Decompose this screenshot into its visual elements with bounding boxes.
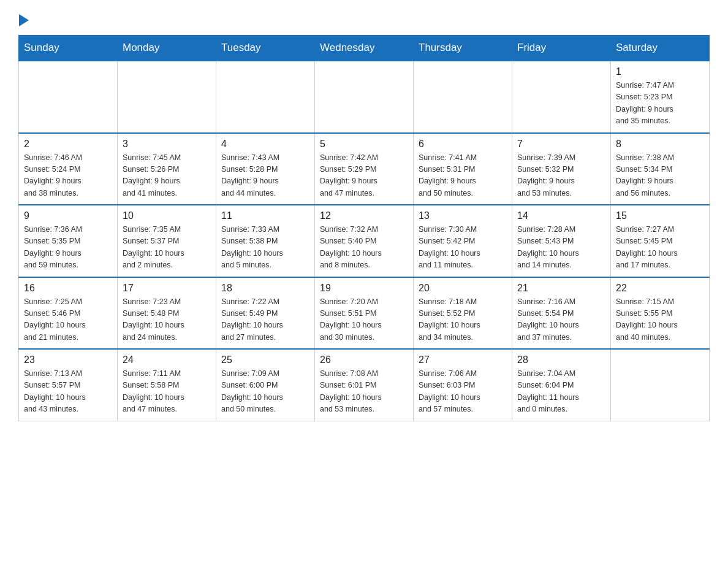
calendar-cell: 8Sunrise: 7:38 AM Sunset: 5:34 PM Daylig… bbox=[611, 133, 710, 205]
calendar-cell bbox=[118, 61, 216, 133]
day-number: 20 bbox=[419, 283, 507, 294]
day-info: Sunrise: 7:27 AM Sunset: 5:45 PM Dayligh… bbox=[616, 224, 704, 272]
day-info: Sunrise: 7:45 AM Sunset: 5:26 PM Dayligh… bbox=[123, 152, 211, 200]
calendar-cell: 21Sunrise: 7:16 AM Sunset: 5:54 PM Dayli… bbox=[512, 277, 611, 350]
calendar-cell: 28Sunrise: 7:04 AM Sunset: 6:04 PM Dayli… bbox=[512, 349, 611, 421]
calendar-cell: 6Sunrise: 7:41 AM Sunset: 5:31 PM Daylig… bbox=[414, 133, 512, 205]
day-info: Sunrise: 7:16 AM Sunset: 5:54 PM Dayligh… bbox=[517, 296, 605, 344]
day-number: 9 bbox=[24, 210, 112, 221]
day-info: Sunrise: 7:46 AM Sunset: 5:24 PM Dayligh… bbox=[24, 152, 112, 200]
week-row-3: 9Sunrise: 7:36 AM Sunset: 5:35 PM Daylig… bbox=[19, 205, 710, 277]
calendar-cell bbox=[19, 61, 118, 133]
day-number: 21 bbox=[517, 283, 605, 294]
day-number: 23 bbox=[24, 354, 112, 366]
week-row-2: 2Sunrise: 7:46 AM Sunset: 5:24 PM Daylig… bbox=[19, 133, 710, 205]
weekday-header-tuesday: Tuesday bbox=[216, 36, 315, 61]
calendar-cell bbox=[315, 61, 414, 133]
calendar-cell: 15Sunrise: 7:27 AM Sunset: 5:45 PM Dayli… bbox=[611, 205, 710, 277]
day-info: Sunrise: 7:36 AM Sunset: 5:35 PM Dayligh… bbox=[24, 224, 112, 272]
week-row-1: 1Sunrise: 7:47 AM Sunset: 5:23 PM Daylig… bbox=[19, 61, 710, 133]
svg-marker-0 bbox=[19, 14, 29, 26]
day-number: 15 bbox=[616, 210, 704, 221]
calendar-cell: 23Sunrise: 7:13 AM Sunset: 5:57 PM Dayli… bbox=[19, 349, 118, 421]
day-number: 7 bbox=[517, 139, 605, 150]
day-number: 3 bbox=[123, 139, 211, 150]
calendar-cell: 11Sunrise: 7:33 AM Sunset: 5:38 PM Dayli… bbox=[216, 205, 315, 277]
weekday-header-monday: Monday bbox=[118, 36, 216, 61]
calendar-cell: 24Sunrise: 7:11 AM Sunset: 5:58 PM Dayli… bbox=[118, 349, 216, 421]
day-info: Sunrise: 7:39 AM Sunset: 5:32 PM Dayligh… bbox=[517, 152, 605, 200]
weekday-header-thursday: Thursday bbox=[414, 36, 512, 61]
weekday-header-saturday: Saturday bbox=[611, 36, 710, 61]
calendar-cell: 26Sunrise: 7:08 AM Sunset: 6:01 PM Dayli… bbox=[315, 349, 414, 421]
day-number: 8 bbox=[616, 139, 704, 150]
calendar-cell: 3Sunrise: 7:45 AM Sunset: 5:26 PM Daylig… bbox=[118, 133, 216, 205]
day-info: Sunrise: 7:42 AM Sunset: 5:29 PM Dayligh… bbox=[320, 152, 408, 200]
day-info: Sunrise: 7:08 AM Sunset: 6:01 PM Dayligh… bbox=[320, 368, 408, 416]
calendar-cell: 9Sunrise: 7:36 AM Sunset: 5:35 PM Daylig… bbox=[19, 205, 118, 277]
week-row-5: 23Sunrise: 7:13 AM Sunset: 5:57 PM Dayli… bbox=[19, 349, 710, 421]
day-number: 14 bbox=[517, 210, 605, 221]
calendar-cell: 10Sunrise: 7:35 AM Sunset: 5:37 PM Dayli… bbox=[118, 205, 216, 277]
day-number: 6 bbox=[419, 139, 507, 150]
day-info: Sunrise: 7:20 AM Sunset: 5:51 PM Dayligh… bbox=[320, 296, 408, 344]
calendar-cell: 18Sunrise: 7:22 AM Sunset: 5:49 PM Dayli… bbox=[216, 277, 315, 350]
day-number: 19 bbox=[320, 283, 408, 294]
day-number: 22 bbox=[616, 283, 704, 294]
calendar-cell bbox=[414, 61, 512, 133]
calendar-cell: 5Sunrise: 7:42 AM Sunset: 5:29 PM Daylig… bbox=[315, 133, 414, 205]
calendar-cell bbox=[611, 349, 710, 421]
calendar-cell: 27Sunrise: 7:06 AM Sunset: 6:03 PM Dayli… bbox=[414, 349, 512, 421]
calendar-cell: 17Sunrise: 7:23 AM Sunset: 5:48 PM Dayli… bbox=[118, 277, 216, 350]
day-info: Sunrise: 7:30 AM Sunset: 5:42 PM Dayligh… bbox=[419, 224, 507, 272]
calendar-table: SundayMondayTuesdayWednesdayThursdayFrid… bbox=[18, 35, 710, 421]
day-info: Sunrise: 7:06 AM Sunset: 6:03 PM Dayligh… bbox=[419, 368, 507, 416]
day-number: 26 bbox=[320, 354, 408, 366]
calendar-cell: 16Sunrise: 7:25 AM Sunset: 5:46 PM Dayli… bbox=[19, 277, 118, 350]
day-number: 27 bbox=[419, 354, 507, 366]
weekday-header-wednesday: Wednesday bbox=[315, 36, 414, 61]
calendar-cell: 2Sunrise: 7:46 AM Sunset: 5:24 PM Daylig… bbox=[19, 133, 118, 205]
weekday-header-friday: Friday bbox=[512, 36, 611, 61]
weekday-header-sunday: Sunday bbox=[19, 36, 118, 61]
day-number: 1 bbox=[616, 66, 704, 77]
day-info: Sunrise: 7:47 AM Sunset: 5:23 PM Dayligh… bbox=[616, 80, 704, 128]
day-info: Sunrise: 7:15 AM Sunset: 5:55 PM Dayligh… bbox=[616, 296, 704, 344]
calendar-cell: 12Sunrise: 7:32 AM Sunset: 5:40 PM Dayli… bbox=[315, 205, 414, 277]
day-info: Sunrise: 7:25 AM Sunset: 5:46 PM Dayligh… bbox=[24, 296, 112, 344]
day-info: Sunrise: 7:22 AM Sunset: 5:49 PM Dayligh… bbox=[221, 296, 309, 344]
day-number: 5 bbox=[320, 139, 408, 150]
day-info: Sunrise: 7:13 AM Sunset: 5:57 PM Dayligh… bbox=[24, 368, 112, 416]
day-number: 13 bbox=[419, 210, 507, 221]
day-info: Sunrise: 7:41 AM Sunset: 5:31 PM Dayligh… bbox=[419, 152, 507, 200]
day-info: Sunrise: 7:32 AM Sunset: 5:40 PM Dayligh… bbox=[320, 224, 408, 272]
day-info: Sunrise: 7:35 AM Sunset: 5:37 PM Dayligh… bbox=[123, 224, 211, 272]
day-number: 28 bbox=[517, 354, 605, 366]
page-header bbox=[18, 12, 710, 29]
day-number: 2 bbox=[24, 139, 112, 150]
day-info: Sunrise: 7:11 AM Sunset: 5:58 PM Dayligh… bbox=[123, 368, 211, 416]
day-info: Sunrise: 7:38 AM Sunset: 5:34 PM Dayligh… bbox=[616, 152, 704, 200]
calendar-cell bbox=[512, 61, 611, 133]
day-number: 10 bbox=[123, 210, 211, 221]
calendar-header-row: SundayMondayTuesdayWednesdayThursdayFrid… bbox=[19, 36, 710, 61]
logo bbox=[18, 12, 29, 29]
day-number: 25 bbox=[221, 354, 309, 366]
calendar-cell: 20Sunrise: 7:18 AM Sunset: 5:52 PM Dayli… bbox=[414, 277, 512, 350]
week-row-4: 16Sunrise: 7:25 AM Sunset: 5:46 PM Dayli… bbox=[19, 277, 710, 350]
calendar-cell: 19Sunrise: 7:20 AM Sunset: 5:51 PM Dayli… bbox=[315, 277, 414, 350]
day-info: Sunrise: 7:18 AM Sunset: 5:52 PM Dayligh… bbox=[419, 296, 507, 344]
calendar-cell: 7Sunrise: 7:39 AM Sunset: 5:32 PM Daylig… bbox=[512, 133, 611, 205]
day-info: Sunrise: 7:43 AM Sunset: 5:28 PM Dayligh… bbox=[221, 152, 309, 200]
day-info: Sunrise: 7:33 AM Sunset: 5:38 PM Dayligh… bbox=[221, 224, 309, 272]
day-number: 4 bbox=[221, 139, 309, 150]
day-info: Sunrise: 7:04 AM Sunset: 6:04 PM Dayligh… bbox=[517, 368, 605, 416]
calendar-cell: 13Sunrise: 7:30 AM Sunset: 5:42 PM Dayli… bbox=[414, 205, 512, 277]
calendar-cell: 4Sunrise: 7:43 AM Sunset: 5:28 PM Daylig… bbox=[216, 133, 315, 205]
day-number: 11 bbox=[221, 210, 309, 221]
day-info: Sunrise: 7:23 AM Sunset: 5:48 PM Dayligh… bbox=[123, 296, 211, 344]
calendar-cell: 14Sunrise: 7:28 AM Sunset: 5:43 PM Dayli… bbox=[512, 205, 611, 277]
day-number: 24 bbox=[123, 354, 211, 366]
day-info: Sunrise: 7:09 AM Sunset: 6:00 PM Dayligh… bbox=[221, 368, 309, 416]
calendar-cell: 25Sunrise: 7:09 AM Sunset: 6:00 PM Dayli… bbox=[216, 349, 315, 421]
